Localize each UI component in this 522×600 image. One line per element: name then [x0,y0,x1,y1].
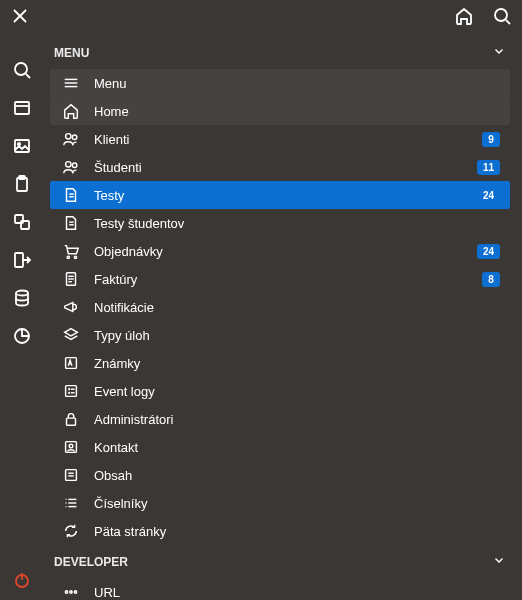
menu-item-label: Event logy [94,384,500,399]
chevron-down-icon [492,44,506,61]
menu-item[interactable]: Študenti11 [50,153,510,181]
search-icon [492,6,512,26]
left-rail [0,32,44,600]
users-icon [62,158,80,176]
menu-panel[interactable]: MENUMenuHomeKlienti9Študenti11Testy24Tes… [44,36,516,600]
menu-item-label: Testy študentov [94,216,500,231]
close-button[interactable] [10,6,30,26]
contact-icon [62,438,80,456]
grade-icon [62,354,80,372]
rail-database[interactable] [12,288,32,308]
menu-item[interactable]: Menu [50,69,510,97]
menu-item-label: Známky [94,356,500,371]
translate-icon [12,212,32,232]
menu-item-label: URL [94,585,500,600]
home-icon [62,102,80,120]
rail-clipboard[interactable] [12,174,32,194]
rail-search[interactable] [12,60,32,80]
dots-icon [62,583,80,600]
search-button[interactable] [492,6,512,26]
lock-icon [62,410,80,428]
cart-icon [62,242,80,260]
menu-item-label: Objednávky [94,244,463,259]
menu-item[interactable]: Administrátori [50,405,510,433]
document-icon [62,214,80,232]
database-icon [12,288,32,308]
image-icon [12,136,32,156]
exit-icon [12,250,32,270]
piechart-icon [12,326,32,346]
menu-item[interactable]: Číselníky [50,489,510,517]
menu-item-label: Typy úloh [94,328,500,343]
menu-item[interactable]: Typy úloh [50,321,510,349]
rail-translate[interactable] [12,212,32,232]
menu-item-label: Klienti [94,132,468,147]
menu-item[interactable]: Event logy [50,377,510,405]
users-icon [62,130,80,148]
megaphone-icon [62,298,80,316]
invoice-icon [62,270,80,288]
count-badge: 8 [482,272,500,287]
home-icon [454,6,474,26]
rail-exit[interactable] [12,250,32,270]
menu-item[interactable]: Faktúry8 [50,265,510,293]
count-badge: 24 [477,244,500,259]
list-icon [62,494,80,512]
count-badge: 9 [482,132,500,147]
count-badge: 11 [477,160,500,175]
menu-item-label: Študenti [94,160,463,175]
menu-item-label: Číselníky [94,496,500,511]
menu-item-label: Obsah [94,468,500,483]
menu-item-label: Menu [94,76,500,91]
menu-item[interactable]: Home [50,97,510,125]
section-title: MENU [54,46,89,60]
section-header[interactable]: DEVELOPER [44,545,516,578]
home-button[interactable] [454,6,474,26]
layers-icon [62,326,80,344]
menu-item[interactable]: Testy24 [50,181,510,209]
menu-item-label: Home [94,104,500,119]
power-icon [12,570,32,590]
window-icon [12,98,32,118]
rail-image[interactable] [12,136,32,156]
hamburger-icon [62,74,80,92]
menu-item[interactable]: Testy študentov [50,209,510,237]
power-button[interactable] [12,570,32,590]
menu-item-label: Administrátori [94,412,500,427]
section-title: DEVELOPER [54,555,128,569]
menu-item-label: Testy [94,188,463,203]
menu-item-label: Päta stránky [94,524,500,539]
menu-item-label: Kontakt [94,440,500,455]
menu-item[interactable]: Notifikácie [50,293,510,321]
document-icon [62,186,80,204]
count-badge: 24 [477,188,500,203]
menu-item-label: Notifikácie [94,300,500,315]
menu-item-label: Faktúry [94,272,468,287]
menu-item[interactable]: Kontakt [50,433,510,461]
rail-window[interactable] [12,98,32,118]
menu-item[interactable]: URL [50,578,510,600]
menu-item[interactable]: Známky [50,349,510,377]
close-icon [10,6,30,26]
section-header[interactable]: MENU [44,36,516,69]
menu-item[interactable]: Obsah [50,461,510,489]
menu-item[interactable]: Klienti9 [50,125,510,153]
refresh-icon [62,522,80,540]
menu-item[interactable]: Päta stránky [50,517,510,545]
rail-piechart[interactable] [12,326,32,346]
log-icon [62,382,80,400]
content-icon [62,466,80,484]
clipboard-icon [12,174,32,194]
menu-item[interactable]: Objednávky24 [50,237,510,265]
search-icon [12,60,32,80]
chevron-down-icon [492,553,506,570]
topbar [0,0,522,32]
